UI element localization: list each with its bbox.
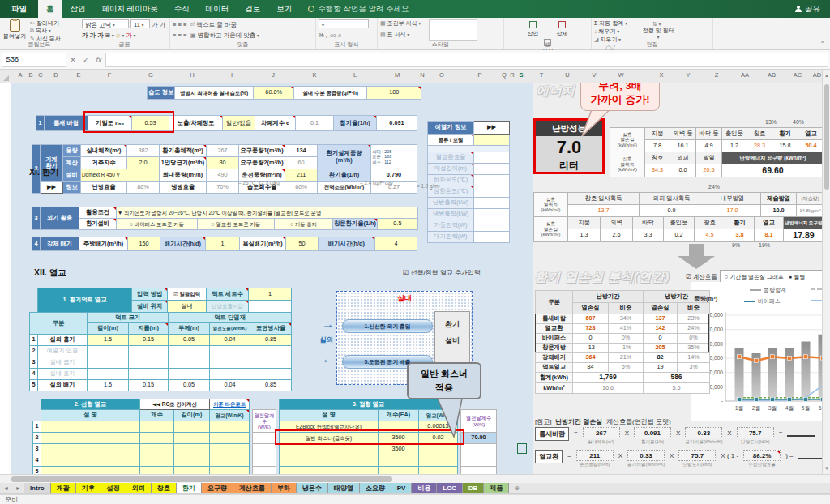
sheet-tab-기후[interactable]: 기후 [76, 483, 101, 493]
horizontal-scroll-thumb[interactable] [11, 476, 392, 482]
sheet-tab-창호[interactable]: 창호 [152, 483, 177, 493]
linear-tb-cell[interactable] [210, 467, 250, 475]
point-tb-cell[interactable] [280, 467, 379, 475]
column-header-AA[interactable]: AA [741, 71, 749, 79]
column-header-AB[interactable]: AB [768, 71, 776, 79]
linear-tb-cell[interactable] [41, 444, 140, 455]
sheet-tab-부하[interactable]: 부하 [272, 483, 297, 493]
column-header-Z[interactable]: Z [715, 71, 719, 79]
outdoor-air-cell[interactable]: 0.5 [377, 219, 417, 230]
paste-button[interactable]: 붙여넣기 [2, 19, 27, 41]
ribbon-tab-홈[interactable]: 홈 [38, 0, 62, 18]
name-box[interactable]: S36 [2, 53, 66, 67]
cut-button[interactable]: ✂잘라내기 [30, 19, 76, 27]
linear-tb-cell[interactable] [41, 433, 140, 444]
point-tb-cell[interactable] [379, 455, 419, 467]
column-header-R[interactable]: R [510, 71, 514, 79]
linear-tb-cell[interactable] [174, 444, 210, 455]
point-tb-cell[interactable]: EZBlock 커넥터(열교차단용) [280, 421, 379, 433]
sheet-tab-외피[interactable]: 외피 [126, 483, 152, 493]
linear-tb-cell[interactable] [210, 433, 250, 444]
point-tb-cell[interactable] [419, 444, 458, 455]
tab-nav-left[interactable]: ◄ [0, 483, 12, 493]
duct-table-cell[interactable]: 0.15 [129, 335, 169, 346]
column-header-Q[interactable]: Q [502, 71, 507, 79]
linear-tb-cell[interactable] [41, 421, 140, 433]
horizontal-scrollbar[interactable] [0, 474, 830, 483]
linear-tb-cell[interactable] [174, 455, 210, 467]
period-graph-radio[interactable]: ○ 기간별 열손실 그래프 [725, 273, 784, 281]
scroll-up-arrow[interactable]: ▲ [823, 70, 830, 81]
column-header-C[interactable]: C [38, 71, 42, 79]
worksheet[interactable]: 난방성능 7.0 리터 무려, 3배 가까이 증가! 실내 1.신선한 외기 흡… [0, 83, 830, 474]
sheet-tab-태양열[interactable]: 태양열 [328, 483, 360, 493]
enter-icon[interactable]: ✓ [79, 56, 92, 64]
delete-cells-button[interactable]: 삭제 [549, 19, 576, 37]
mech-vent-cell[interactable]: ▶▶ [41, 182, 63, 194]
infiltration-cell[interactable]: 0.53 [132, 116, 169, 131]
column-header-N[interactable]: N [420, 71, 424, 79]
infiltration-cell[interactable]: 일반/없음 [223, 116, 255, 131]
wrap-text-button[interactable]: 텍스트 줄 바꿈 [197, 21, 237, 28]
linear-tb-cell[interactable] [174, 421, 210, 433]
sheet-tab-계산흐름[interactable]: 계산흐름 [233, 483, 272, 493]
scroll-down-arrow[interactable]: ▼ [823, 463, 830, 474]
new-sheet-button[interactable]: ⊕ [509, 483, 524, 493]
column-header-J[interactable]: J [272, 71, 275, 79]
column-header-L[interactable]: L [353, 71, 357, 79]
fill-color-button[interactable]: ◇ [116, 32, 124, 39]
linear-tb-cell[interactable] [140, 444, 174, 455]
fill-button[interactable]: ↓채우기 [594, 28, 640, 36]
vertical-scroll-thumb[interactable] [824, 84, 829, 190]
linear-tb-cell[interactable] [140, 467, 174, 475]
ribbon-tab-수식[interactable]: 수식 [166, 0, 198, 18]
ribbon-tab-보기[interactable]: 보기 [268, 0, 300, 18]
formula-label[interactable]: 틈새바람 [535, 427, 569, 441]
number-format-select[interactable] [319, 19, 369, 28]
tell-me-box[interactable]: 수행할 작업을 알려 주세요. [300, 0, 419, 18]
column-header-U[interactable]: U [565, 71, 569, 79]
ribbon-tab-페이지 레이아웃[interactable]: 페이지 레이아웃 [94, 0, 166, 18]
mech-vent-cell[interactable]: 30 [207, 157, 239, 169]
file-tab[interactable]: 파일 [0, 0, 38, 18]
border-button[interactable]: ⊞ [105, 32, 114, 39]
duct-header-cell[interactable]: 1 [249, 288, 292, 301]
tab-nav-right[interactable]: ► [12, 483, 24, 493]
point-tb-cell[interactable]: 3500 [379, 433, 419, 444]
column-header-K[interactable]: K [312, 71, 316, 79]
outdoor-air-cell[interactable]: ○ 가동 중지 [275, 219, 333, 230]
fx-icon[interactable]: fx [92, 56, 105, 64]
sheet-tab-개괄[interactable]: 개괄 [51, 483, 76, 493]
column-header-M[interactable]: M [395, 71, 400, 79]
sheet-tab-설정[interactable]: 설정 [101, 483, 126, 493]
linear-tb-cell[interactable] [174, 467, 210, 475]
point-tb-cell[interactable] [280, 444, 379, 455]
point-tb-cell[interactable]: 3500 [379, 444, 419, 455]
preheater-cell[interactable] [474, 135, 510, 146]
font-size-select[interactable]: 11 [130, 19, 150, 28]
duct-table-cell[interactable]: 1.5 [88, 335, 129, 346]
point-tb-cell[interactable] [419, 455, 458, 467]
bold-italic-underline[interactable]: 가 가 가 [82, 32, 104, 39]
copy-button[interactable]: ⧉복사 [30, 27, 76, 35]
column-header-F[interactable]: F [108, 71, 112, 79]
forced-exhaust-cell[interactable]: 1 [206, 237, 240, 251]
sheet-tab-DB[interactable]: DB [463, 483, 485, 493]
merge-center-button[interactable]: 병합하고 가운데 맞춤 [198, 32, 259, 39]
valign-buttons[interactable]: ≡ ≡ ≡ [173, 21, 186, 28]
ribbon-tab-데이터[interactable]: 데이터 [198, 0, 237, 18]
column-header-AC[interactable]: AC [794, 71, 802, 79]
linear-tb-cell[interactable] [140, 421, 174, 433]
calc-flow-checkbox[interactable]: ☑ 계산흐름 [686, 273, 717, 281]
column-header-W[interactable]: W [618, 71, 623, 79]
share-button[interactable]: 공유 [785, 0, 830, 18]
column-header-I[interactable]: I [231, 71, 233, 79]
column-header-S[interactable]: S [519, 71, 523, 79]
point-tb-cell[interactable] [419, 467, 458, 475]
sort-filter-button[interactable]: ⇅▼정렬 및 필터 [641, 19, 675, 41]
linear-tb-cell[interactable]: ◀◀ RC조 간이계산 [140, 399, 210, 410]
duct-table-cell[interactable]: 0.05 [169, 335, 210, 346]
forced-exhaust-cell[interactable]: 50 [286, 237, 319, 251]
collapse-ribbon-button[interactable]: ⌃ [819, 41, 825, 48]
outdoor-air-cell[interactable]: ○ 바이패스 모드로 가동 [117, 219, 198, 230]
